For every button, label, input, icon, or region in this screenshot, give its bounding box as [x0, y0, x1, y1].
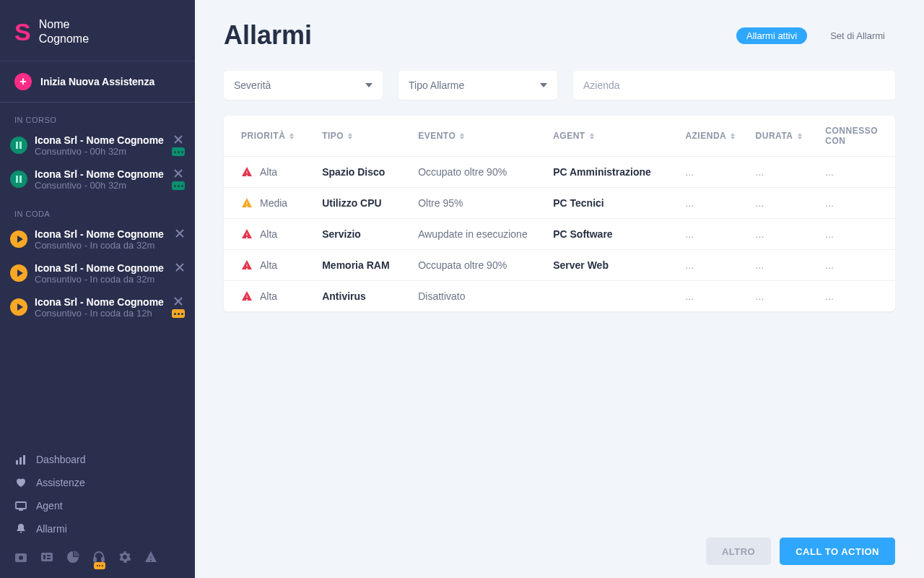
- nav-assistenze[interactable]: Assistenze: [0, 471, 195, 494]
- session-title: Icona Srl - Nome Cognome: [35, 296, 165, 308]
- table-row[interactable]: MediaUtilizzo CPUOltre 95%PC Tecnici....…: [224, 188, 895, 219]
- secondary-button[interactable]: ALTRO: [706, 538, 771, 565]
- col-azienda[interactable]: Azienda: [678, 116, 748, 157]
- agent-cell: [546, 281, 678, 312]
- agent-cell: PC Software: [546, 219, 678, 250]
- connesso-cell: ...: [818, 188, 895, 219]
- severity-label: Alta: [260, 259, 277, 271]
- tipo-cell: Spazio Disco: [315, 157, 411, 188]
- durata-cell: ...: [749, 188, 819, 219]
- severity-icon: [241, 166, 253, 178]
- session-in-corso[interactable]: Icona Srl - Nome Cognome Consuntivo - 00…: [0, 163, 195, 197]
- alarm-type-select[interactable]: Tipo Allarme: [398, 71, 557, 100]
- evento-cell: Oltre 95%: [411, 188, 546, 219]
- table-header-row: Priorità Tipo Evento Agent Azienda Durat…: [224, 116, 895, 157]
- close-icon[interactable]: [173, 296, 183, 306]
- close-icon[interactable]: [175, 262, 185, 272]
- pie-icon[interactable]: [66, 551, 79, 564]
- plus-icon: +: [14, 73, 32, 90]
- headset-badge: [94, 562, 105, 569]
- severity-label: Media: [260, 197, 287, 209]
- user-last: Cognome: [39, 32, 89, 46]
- session-subtitle: Consuntivo - 00h 32m: [35, 146, 165, 157]
- session-in-coda[interactable]: Icona Srl - Nome Cognome Consuntivo - In…: [0, 256, 195, 290]
- company-input[interactable]: [583, 79, 885, 91]
- durata-cell: ...: [749, 250, 819, 281]
- col-evento[interactable]: Evento: [411, 116, 546, 157]
- session-subtitle: Consuntivo - In coda da 12h: [35, 308, 165, 319]
- headset-icon[interactable]: [92, 551, 105, 564]
- company-input-wrap: [573, 71, 895, 100]
- connesso-cell: ...: [818, 281, 895, 312]
- warning-icon[interactable]: [144, 551, 157, 564]
- svg-rect-18: [43, 555, 45, 559]
- session-badge[interactable]: [172, 309, 185, 318]
- heart-icon: [14, 476, 27, 489]
- nav-allarmi[interactable]: Allarmi: [0, 517, 195, 540]
- tipo-cell: Memoria RAM: [315, 250, 411, 281]
- svg-rect-22: [102, 558, 104, 561]
- user-name: Nome Cognome: [39, 17, 89, 46]
- session-in-coda[interactable]: Icona Srl - Nome Cognome Consuntivo - In…: [0, 290, 195, 324]
- col-connesso[interactable]: Connesso con: [818, 116, 895, 157]
- tab-allarmi-attivi[interactable]: Allarmi attivi: [736, 27, 807, 44]
- session-title: Icona Srl - Nome Cognome: [35, 134, 165, 146]
- svg-rect-11: [19, 457, 22, 465]
- severity-icon: [241, 197, 253, 209]
- camera-icon[interactable]: [14, 551, 27, 564]
- severity-select[interactable]: Severità: [224, 71, 383, 100]
- section-in-coda: In Coda: [0, 197, 195, 223]
- table-row[interactable]: AltaServizioAwupdate in esecuzionePC Sof…: [224, 219, 895, 250]
- start-assistance-button[interactable]: + Inizia Nuova Assistenza: [0, 61, 195, 103]
- gear-icon[interactable]: [118, 551, 131, 564]
- session-in-corso[interactable]: Icona Srl - Nome Cognome Consuntivo - 00…: [0, 129, 195, 163]
- evento-cell: Disattivato: [411, 281, 546, 312]
- page-tabs: Allarmi attivi Set di Allarmi: [736, 27, 895, 44]
- col-priorita[interactable]: Priorità: [224, 116, 315, 157]
- close-icon[interactable]: [173, 134, 183, 144]
- col-tipo[interactable]: Tipo: [315, 116, 411, 157]
- col-durata[interactable]: Durata: [749, 116, 819, 157]
- col-agent[interactable]: Agent: [546, 116, 678, 157]
- nav-label: Assistenze: [36, 477, 85, 488]
- session-title: Icona Srl - Nome Cognome: [35, 262, 167, 274]
- play-icon: [10, 230, 27, 248]
- tab-set-allarmi[interactable]: Set di Allarmi: [820, 27, 895, 44]
- session-badge[interactable]: [172, 181, 185, 190]
- session-in-coda[interactable]: Icona Srl - Nome Cognome Consuntivo - In…: [0, 223, 195, 256]
- chevron-down-icon: [365, 83, 372, 87]
- connesso-cell: ...: [818, 219, 895, 250]
- evento-cell: Awupdate in esecuzione: [411, 219, 546, 250]
- durata-cell: ...: [749, 281, 819, 312]
- svg-point-16: [19, 556, 23, 560]
- close-icon[interactable]: [175, 228, 185, 238]
- footer: ALTRO CALL TO ACTION: [195, 525, 924, 578]
- svg-rect-20: [47, 558, 51, 559]
- azienda-cell: ...: [678, 188, 748, 219]
- severity-icon: [241, 290, 253, 302]
- primary-button[interactable]: CALL TO ACTION: [780, 538, 895, 565]
- nav-label: Agent: [36, 500, 63, 512]
- severity-icon: [241, 259, 253, 271]
- table-row[interactable]: AltaMemoria RAMOccupata oltre 90%Server …: [224, 250, 895, 281]
- azienda-cell: ...: [678, 157, 748, 188]
- azienda-cell: ...: [678, 281, 748, 312]
- id-icon[interactable]: [40, 551, 53, 564]
- table-row[interactable]: AltaSpazio DiscoOccupato oltre 90%PC Amm…: [224, 157, 895, 188]
- sidebar-toolbar: [0, 540, 195, 571]
- bell-icon: [14, 522, 27, 535]
- nav-bottom: Dashboard Assistenze Agent Allarmi: [0, 448, 195, 578]
- table-row[interactable]: AltaAntivirusDisattivato.........: [224, 281, 895, 312]
- play-icon: [10, 298, 27, 316]
- session-title: Icona Srl - Nome Cognome: [35, 168, 165, 180]
- evento-cell: Occupata oltre 90%: [411, 250, 546, 281]
- nav-dashboard[interactable]: Dashboard: [0, 448, 195, 471]
- severity-label: Alta: [260, 290, 277, 302]
- session-badge[interactable]: [172, 147, 185, 156]
- bars-icon: [14, 453, 27, 466]
- close-icon[interactable]: [173, 168, 183, 178]
- chevron-down-icon: [540, 83, 547, 87]
- nav-agent[interactable]: Agent: [0, 494, 195, 517]
- connesso-cell: ...: [818, 157, 895, 188]
- tipo-cell: Servizio: [315, 219, 411, 250]
